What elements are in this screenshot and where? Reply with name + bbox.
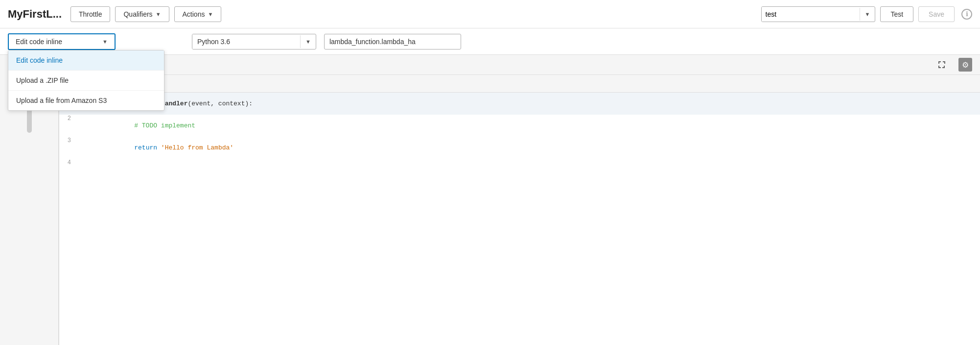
app-title: MyFirstL... [8, 8, 62, 21]
code-type-button[interactable]: Edit code inline ▼ [8, 33, 116, 50]
code-type-menu: Edit code inline Upload a .ZIP file Uplo… [8, 50, 164, 111]
line-content-1: def lambda_handler(event, context): [79, 93, 980, 115]
actions-arrow-icon: ▼ [208, 11, 213, 17]
expand-icon[interactable] [935, 58, 949, 72]
code-line-3: 3 return 'Hello from Lambda' [59, 137, 980, 159]
test-select[interactable]: test [762, 7, 860, 22]
editor-tabs: lambda_function × + [59, 75, 980, 93]
second-row: Edit code inline ▼ Edit code inline Uplo… [0, 28, 980, 55]
menu-item-zip[interactable]: Upload a .ZIP file [8, 71, 164, 91]
actions-button[interactable]: Actions ▼ [174, 6, 222, 22]
menu-item-s3[interactable]: Upload a file from Amazon S3 [8, 91, 164, 110]
menu-item-inline[interactable]: Edit code inline [8, 50, 164, 71]
line-num-4: 4 [59, 159, 79, 166]
runtime-select-wrapper: Python 3.6 ▼ [192, 34, 316, 49]
line-content-4 [79, 159, 980, 166]
code-type-dropdown[interactable]: Edit code inline ▼ Edit code inline Uplo… [8, 33, 116, 50]
code-line-4: 4 [59, 159, 980, 170]
runtime-arrow-icon: ▼ [300, 35, 316, 48]
editor-settings-icon[interactable]: ⚙ [958, 58, 972, 72]
editor-toolbar: Goto Tools Window ⚙ [59, 55, 980, 75]
line-content-3: return 'Hello from Lambda' [79, 137, 980, 159]
runtime-select[interactable]: Python 3.6 [192, 34, 300, 49]
throttle-button[interactable]: Throttle [70, 6, 110, 22]
test-select-wrapper: test ▼ [761, 6, 876, 22]
qualifiers-arrow-icon: ▼ [156, 11, 161, 17]
top-bar: MyFirstL... Throttle Qualifiers ▼ Action… [0, 0, 980, 28]
code-editor[interactable]: 1 def lambda_handler(event, context): 2 … [59, 93, 980, 345]
line-num-3: 3 [59, 137, 79, 144]
qualifiers-button[interactable]: Qualifiers ▼ [115, 6, 169, 22]
info-icon[interactable]: ℹ [961, 9, 972, 20]
line-num-2: 2 [59, 115, 79, 122]
code-type-arrow-icon: ▼ [102, 39, 108, 45]
test-button[interactable]: Test [880, 6, 913, 22]
editor-area: Goto Tools Window ⚙ [59, 55, 980, 345]
code-line-1: 1 def lambda_handler(event, context): [59, 93, 980, 115]
code-line-2: 2 # TODO implement [59, 115, 980, 137]
line-content-2: # TODO implement [79, 115, 980, 137]
handler-input[interactable] [324, 34, 461, 49]
test-select-arrow-icon: ▼ [860, 8, 875, 21]
save-button: Save [918, 6, 955, 22]
